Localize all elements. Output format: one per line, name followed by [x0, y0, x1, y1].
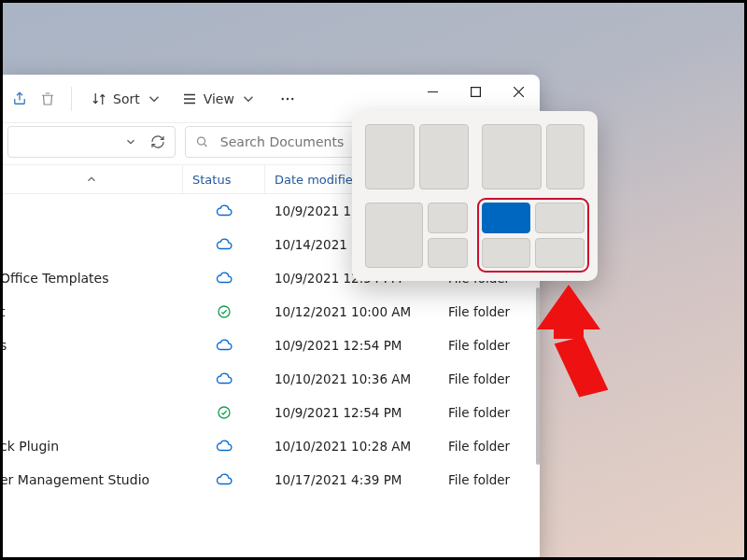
chevron-down-icon[interactable] [124, 135, 137, 148]
sort-label: Sort [113, 91, 140, 106]
snap-cell[interactable] [365, 124, 415, 189]
file-type: File folder [439, 304, 540, 319]
column-status[interactable]: Status [183, 165, 265, 193]
table-row[interactable]: ck Plugin10/10/2021 10:28 AMFile folder [0, 429, 540, 463]
chevron-down-icon [146, 91, 162, 107]
status-icon [183, 337, 265, 354]
file-type: File folder [439, 338, 540, 353]
status-icon [183, 438, 265, 455]
snap-layout-4[interactable] [482, 203, 585, 268]
table-row[interactable]: 10/10/2021 10:36 AMFile folder [0, 362, 540, 396]
chevron-up-icon [85, 173, 98, 186]
file-name: s [0, 338, 183, 353]
status-icon [183, 203, 265, 219]
maximize-button[interactable] [454, 75, 497, 108]
toolbar-divider [71, 87, 72, 111]
svg-point-2 [287, 97, 289, 99]
snap-layout-3[interactable] [365, 203, 469, 268]
svg-marker-8 [555, 334, 609, 400]
file-type: File folder [439, 472, 540, 487]
status-icon [183, 404, 265, 421]
snap-cell[interactable] [535, 203, 585, 233]
snap-layout-2[interactable] [482, 124, 585, 189]
address-bar[interactable] [7, 126, 176, 158]
snap-cell[interactable] [482, 238, 531, 269]
file-type: File folder [439, 371, 540, 386]
table-row[interactable]: er Management Studio10/17/2021 4:39 PMFi… [0, 463, 540, 497]
file-name: ck Plugin [0, 439, 183, 454]
snap-cell[interactable] [428, 203, 469, 233]
file-type: File folder [439, 439, 540, 454]
snap-layout-1[interactable] [365, 124, 469, 189]
status-icon [183, 471, 265, 488]
file-date: 10/9/2021 12:54 PM [265, 405, 439, 420]
file-date: 10/10/2021 10:36 AM [265, 371, 439, 386]
svg-point-1 [281, 97, 283, 99]
status-icon [183, 236, 265, 253]
snap-cell[interactable] [428, 238, 469, 269]
table-row[interactable]: t10/12/2021 10:00 AMFile folder [0, 295, 540, 329]
snap-cell[interactable] [535, 238, 585, 269]
file-date: 10/9/2021 12:54 PM [265, 338, 439, 353]
annotation-arrow [537, 285, 621, 406]
more-button[interactable] [274, 85, 302, 113]
snap-cell[interactable] [419, 124, 469, 189]
snap-layouts-flyout [352, 111, 598, 281]
snap-cell[interactable] [365, 203, 423, 268]
delete-icon[interactable] [34, 85, 62, 113]
chevron-down-icon [240, 91, 257, 107]
table-row[interactable]: 10/9/2021 12:54 PMFile folder [0, 396, 540, 429]
svg-rect-0 [471, 87, 480, 96]
svg-marker-7 [537, 285, 600, 339]
view-label: View [204, 91, 234, 106]
svg-point-4 [197, 137, 204, 145]
svg-point-6 [218, 407, 230, 418]
table-row[interactable]: s10/9/2021 12:54 PMFile folder [0, 329, 540, 362]
search-icon [195, 134, 209, 149]
file-type: File folder [439, 405, 540, 420]
status-icon [183, 303, 265, 320]
file-date: 10/12/2021 10:00 AM [265, 304, 439, 319]
file-name: Office Templates [0, 271, 183, 286]
titlebar [411, 75, 540, 108]
view-button[interactable]: View [172, 85, 266, 113]
file-name: t [0, 304, 183, 319]
file-date: 10/10/2021 10:28 AM [265, 439, 439, 454]
status-icon [183, 371, 265, 387]
file-name: er Management Studio [0, 472, 183, 487]
status-icon [183, 270, 265, 287]
snap-cell[interactable] [482, 124, 543, 189]
sort-button[interactable]: Sort [81, 85, 172, 113]
snap-cell-selected[interactable] [482, 203, 531, 233]
share-icon[interactable] [6, 85, 34, 113]
close-button[interactable] [497, 75, 540, 108]
svg-point-5 [218, 306, 230, 317]
svg-point-3 [291, 97, 293, 99]
snap-cell[interactable] [546, 124, 585, 189]
column-name[interactable] [0, 165, 183, 193]
file-date: 10/17/2021 4:39 PM [265, 472, 439, 487]
refresh-icon[interactable] [150, 134, 165, 149]
minimize-button[interactable] [411, 75, 454, 108]
